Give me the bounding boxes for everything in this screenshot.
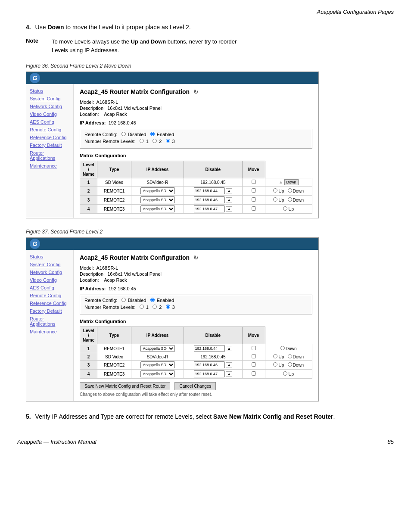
sidebar-link-reference[interactable]: Reference Config <box>30 135 70 140</box>
remote-disabled-radio[interactable] <box>121 132 126 136</box>
num-remote-3-radio2[interactable] <box>166 305 170 309</box>
sidebar2-link-aes[interactable]: AES Config <box>30 285 70 290</box>
sidebar2-link-network[interactable]: Network Config <box>30 270 70 275</box>
row3-down-radio[interactable] <box>288 197 292 202</box>
row2-ip-arrow[interactable]: ▲ <box>226 188 232 193</box>
footer-right: 85 <box>388 439 394 445</box>
f37-row3-down-radio[interactable] <box>288 362 292 367</box>
row4-up-radio[interactable] <box>283 206 287 211</box>
row4-ip-arrow[interactable]: ▲ <box>226 206 232 212</box>
f37-row2-down-radio[interactable] <box>288 354 292 358</box>
sidebar2-link-maintenance[interactable]: Maintenance <box>30 329 70 334</box>
sidebar-link-aes[interactable]: AES Config <box>30 119 70 124</box>
num-remote-2-radio[interactable] <box>153 139 157 143</box>
row3-up-radio[interactable] <box>273 197 277 202</box>
row1-disable-check[interactable] <box>252 180 256 184</box>
sidebar2-link-remote[interactable]: Remote Config <box>30 293 70 298</box>
f37-row1-ip-arrow[interactable]: ▲ <box>226 346 232 351</box>
remote-disabled-radio2[interactable] <box>121 298 126 302</box>
row2-disable-check[interactable] <box>252 188 256 193</box>
sidebar-link-video[interactable]: Video Config <box>30 112 70 117</box>
ip-address-line: IP Address: 192.168.0.45 <box>80 120 312 125</box>
f37-row1-name: REMOTE1 <box>97 344 131 353</box>
remote-enabled-radio[interactable] <box>150 132 155 136</box>
f37-row1-down-radio[interactable] <box>280 346 285 350</box>
f37-row2-up-radio[interactable] <box>273 354 277 358</box>
sidebar2-link-router-apps[interactable]: Router Applications <box>30 316 70 327</box>
cancel-button[interactable]: Cancel Changes <box>174 382 216 390</box>
num-2-label2: 2 <box>159 305 162 310</box>
f37-row4-disable-check[interactable] <box>252 371 256 376</box>
num-remote-3-radio[interactable] <box>166 139 170 143</box>
refresh-icon2[interactable]: ↻ <box>192 254 199 261</box>
num-remote-2-radio2[interactable] <box>153 305 157 309</box>
save-button[interactable]: Save New Matrix Config and Reset Router <box>80 382 170 390</box>
sidebar2-link-system[interactable]: System Config <box>30 262 70 267</box>
sidebar-link-maintenance[interactable]: Maintenance <box>30 163 70 168</box>
f37-row3-move: Up Down <box>265 361 312 370</box>
f37-row2-disable-check[interactable] <box>252 354 256 358</box>
col-ip: IP Address <box>131 161 184 178</box>
f37-row1-ip-input[interactable] <box>194 345 225 352</box>
f37-row4-ip-arrow[interactable]: ▲ <box>226 371 232 376</box>
row3-ip-arrow[interactable]: ▲ <box>226 197 232 202</box>
f37-row4-level: 4 <box>80 370 97 379</box>
col-move: Move <box>242 161 265 178</box>
f37-row3-ip-arrow[interactable]: ▲ <box>226 362 232 367</box>
changes-note: Changes to above configuration will take… <box>80 392 312 397</box>
num-remote-1-radio[interactable] <box>140 139 144 143</box>
f37-row3-ip-input[interactable] <box>194 361 225 368</box>
f37-row3-up-radio[interactable] <box>273 362 277 367</box>
f37-row1-disable-check[interactable] <box>252 346 256 350</box>
row2-up-radio[interactable] <box>273 188 277 193</box>
num-remote-1-radio2[interactable] <box>140 305 144 309</box>
browser-logo2: G <box>30 239 40 249</box>
col2-ip: IP Address <box>131 327 184 344</box>
refresh-icon[interactable]: ↻ <box>192 88 199 95</box>
row2-ip-input[interactable] <box>194 187 225 194</box>
ip-address-line2: IP Address: 192.168.0.45 <box>80 286 312 291</box>
sidebar2-link-factory[interactable]: Factory Default <box>30 308 70 314</box>
f37-row4-name: REMOTE3 <box>97 370 131 379</box>
row4-type-select[interactable]: Acappella SD-R <box>140 205 175 212</box>
ip-label2: IP Address: <box>80 286 106 291</box>
row4-ip-input[interactable] <box>194 205 225 212</box>
table-row: 3 REMOTE2 Acappella SD-R ▲ <box>80 361 312 370</box>
row3-ip-input[interactable] <box>194 196 225 203</box>
num-3-label2: 3 <box>172 305 175 310</box>
row2-type-select[interactable]: Acappella SD-R <box>140 187 175 194</box>
row3-disable-check[interactable] <box>252 197 256 202</box>
sidebar-link-remote[interactable]: Remote Config <box>30 127 70 132</box>
sidebar2-link-status[interactable]: Status <box>30 254 70 259</box>
sidebar-link-network[interactable]: Network Config <box>30 104 70 109</box>
sidebar-link-factory[interactable]: Factory Default <box>30 143 70 148</box>
row1-down-btn[interactable]: Down <box>284 179 299 185</box>
f37-row4-ip-input[interactable] <box>194 370 225 377</box>
sidebar-link-status[interactable]: Status <box>30 88 70 93</box>
sidebar-link-system[interactable]: System Config <box>30 96 70 101</box>
row4-move: Up <box>265 205 312 214</box>
sidebar2-link-reference[interactable]: Reference Config <box>30 301 70 306</box>
sidebar2-link-video[interactable]: Video Config <box>30 277 70 283</box>
figure36-frame: G Status System Config Network Config Vi… <box>26 72 319 218</box>
sidebar-link-router-apps[interactable]: Router Applications <box>30 150 70 161</box>
f37-row3-disable-check[interactable] <box>252 362 256 367</box>
row3-type-select[interactable]: Acappella SD-R <box>140 196 175 203</box>
f37-row1-type-select[interactable]: Acappella SD-R <box>140 345 175 352</box>
row4-ip: ▲ <box>184 205 242 214</box>
matrix-table-fig37: Level / Name Type IP Address Disable Mov… <box>80 327 312 379</box>
f37-row4-type-select[interactable]: Acappella SD-R <box>140 370 175 377</box>
description-value2: 16x8x1 Vid w/Local Panel <box>107 271 162 277</box>
f37-row4-up-radio[interactable] <box>283 371 287 376</box>
footer-left: Acappella — Instruction Manual <box>17 439 97 445</box>
table-row: 2 REMOTE1 Acappella SD-R ▲ <box>80 187 312 196</box>
f37-row1-level: 1 <box>80 344 97 353</box>
location-value2: Acap Rack <box>104 277 127 283</box>
remote-enabled-radio2[interactable] <box>150 298 155 302</box>
row4-disable-check[interactable] <box>252 206 256 211</box>
f37-row3-type-select[interactable]: Acappella SD-R <box>140 361 175 368</box>
row2-down-radio[interactable] <box>288 188 292 193</box>
row4-level: 4 <box>80 205 97 214</box>
ip-label: IP Address: <box>80 120 106 125</box>
titlebar: G <box>26 72 318 84</box>
